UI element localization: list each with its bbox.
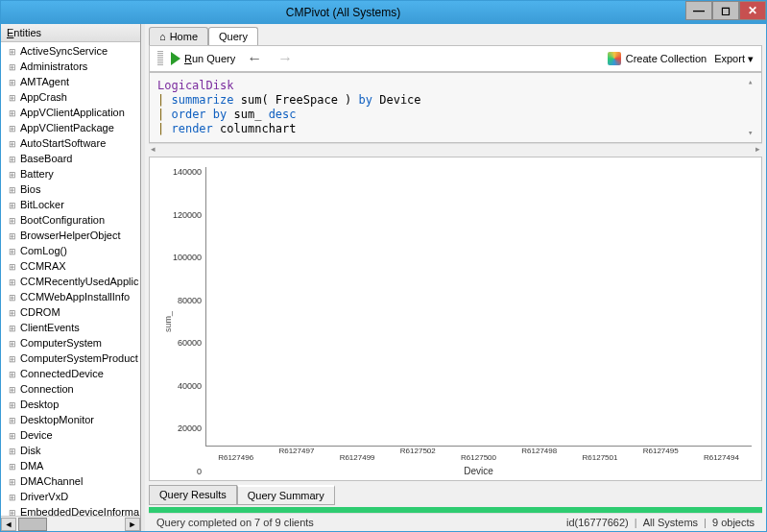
tab-query[interactable]: Query — [208, 27, 258, 45]
status-bar: Query completed on 7 of 9 clients id(167… — [149, 513, 762, 531]
y-axis-label: sum_ — [159, 167, 173, 476]
window-controls: — ◻ ✕ — [685, 1, 766, 24]
minimize-button[interactable]: — — [685, 1, 712, 20]
scroll-down-icon[interactable]: ▾ — [748, 126, 759, 140]
entity-item[interactable]: Disk — [1, 444, 140, 459]
entity-item[interactable]: CCMRAX — [1, 259, 140, 275]
entity-item[interactable]: AppCrash — [1, 90, 140, 106]
titlebar: CMPivot (All Systems) — ◻ ✕ — [1, 1, 766, 24]
back-button[interactable]: ← — [243, 50, 266, 67]
entity-item[interactable]: EmbeddedDeviceInforma — [1, 505, 140, 516]
entity-item[interactable]: DesktopMonitor — [1, 413, 140, 428]
entity-item[interactable]: Device — [1, 428, 140, 444]
entity-item[interactable]: BitLocker — [1, 198, 140, 213]
status-id: id(16777662) — [566, 517, 629, 528]
main-tab-strip: ⌂ Home Query — [145, 24, 766, 45]
entity-item[interactable]: DMA — [1, 459, 140, 474]
entity-item[interactable]: ComputerSystem — [1, 336, 140, 351]
entities-panel: Entities ActiveSyncServiceAdministrators… — [1, 24, 141, 531]
tab-query-summary[interactable]: Query Summary — [237, 485, 335, 505]
window-title: CMPivot (All Systems) — [1, 6, 685, 19]
run-query-button[interactable]: Run Query — [171, 52, 235, 65]
entity-item[interactable]: ConnectedDevice — [1, 367, 140, 382]
scroll-thumb[interactable] — [18, 518, 47, 531]
x-axis-label: Device — [205, 466, 752, 476]
export-button[interactable]: Export ▾ — [714, 53, 754, 65]
chart-bars — [205, 167, 752, 447]
entity-item[interactable]: BrowserHelperObject — [1, 229, 140, 244]
entity-item[interactable]: Desktop — [1, 398, 140, 413]
entity-item[interactable]: ClientEvents — [1, 321, 140, 336]
status-scope: All Systems — [643, 517, 698, 528]
y-axis: 140000120000100000800006000040000200000 — [173, 167, 205, 476]
tab-home[interactable]: ⌂ Home — [149, 27, 208, 45]
entity-item[interactable]: AutoStartSoftware — [1, 136, 140, 152]
entities-header: Entities — [1, 24, 140, 42]
close-button[interactable]: ✕ — [739, 1, 766, 20]
entities-list[interactable]: ActiveSyncServiceAdministratorsAMTAgentA… — [1, 42, 140, 516]
status-message: Query completed on 7 of 9 clients — [156, 517, 314, 528]
entity-item[interactable]: AppVClientPackage — [1, 121, 140, 136]
entity-item[interactable]: Bios — [1, 182, 140, 198]
entity-item[interactable]: BaseBoard — [1, 152, 140, 167]
status-objects: 9 objects — [712, 517, 755, 528]
entity-item[interactable]: Connection — [1, 382, 140, 398]
entity-item[interactable]: ComputerSystemProduct — [1, 351, 140, 367]
scroll-right-icon[interactable]: ► — [125, 518, 140, 531]
entity-item[interactable]: ActiveSyncService — [1, 44, 140, 60]
entity-item[interactable]: AppVClientApplication — [1, 106, 140, 121]
entities-hscrollbar[interactable]: ◄ ► — [1, 516, 140, 531]
tab-query-results[interactable]: Query Results — [149, 485, 237, 505]
query-editor[interactable]: LogicalDisk | summarize sum( FreeSpace )… — [149, 72, 762, 143]
entity-item[interactable]: CCMRecentlyUsedApplic — [1, 275, 140, 290]
toolbar-grip-icon — [157, 51, 163, 66]
entity-item[interactable]: CDROM — [1, 305, 140, 321]
entity-item[interactable]: BootConfiguration — [1, 213, 140, 229]
home-icon: ⌂ — [159, 31, 166, 42]
entity-item[interactable]: CCMWebAppInstallInfo — [1, 290, 140, 305]
scroll-left-icon[interactable]: ◄ — [1, 518, 16, 531]
create-collection-button[interactable]: Create Collection — [608, 52, 707, 65]
play-icon — [171, 52, 180, 65]
forward-button[interactable]: → — [274, 50, 297, 67]
entity-item[interactable]: ComLog() — [1, 244, 140, 259]
x-axis-labels-row2: R6127496R6127499R6127500R6127501R6127494 — [205, 453, 752, 462]
entity-item[interactable]: DriverVxD — [1, 490, 140, 505]
entity-item[interactable]: Battery — [1, 167, 140, 182]
chevron-down-icon: ▾ — [748, 53, 754, 64]
scroll-up-icon[interactable]: ▴ — [748, 75, 759, 89]
chart-area: sum_ 14000012000010000080000600004000020… — [149, 157, 762, 481]
query-toolbar: Run Query ← → Create Collection Export ▾ — [149, 45, 762, 72]
entity-item[interactable]: Administrators — [1, 60, 140, 75]
maximize-button[interactable]: ◻ — [712, 1, 739, 20]
result-tab-strip: Query Results Query Summary — [149, 485, 762, 505]
entity-item[interactable]: DMAChannel — [1, 474, 140, 490]
collection-icon — [608, 52, 621, 65]
entity-item[interactable]: AMTAgent — [1, 75, 140, 90]
